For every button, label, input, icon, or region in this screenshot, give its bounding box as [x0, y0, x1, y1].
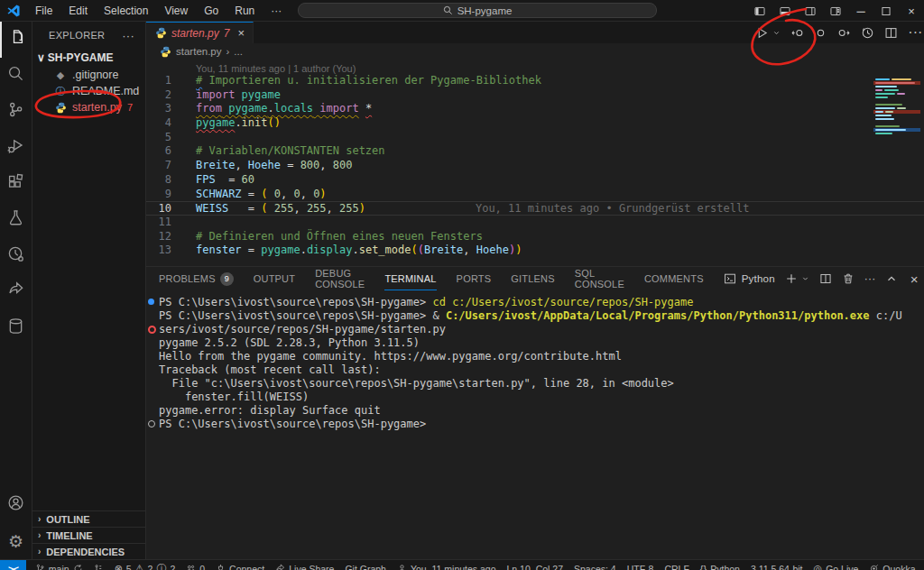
menu-[interactable]: ··· [263, 5, 290, 17]
code-line-11[interactable]: 11 [146, 216, 924, 230]
panel-tab-terminal[interactable]: TERMINAL [384, 267, 436, 290]
code-line-4[interactable]: 4pygame.init() [146, 116, 924, 131]
vscode-logo-icon [0, 4, 27, 18]
statusbar-live-share[interactable]: Live Share [270, 560, 339, 570]
code-line-5[interactable]: 5 [146, 131, 924, 145]
section-outline[interactable]: ›OUTLINE [32, 510, 145, 527]
statusbar-notifications[interactable] [921, 560, 924, 570]
trash-icon[interactable] [842, 272, 855, 285]
plus-icon[interactable] [785, 272, 798, 285]
section-dependencies[interactable]: ›DEPENDENCIES [32, 543, 145, 559]
menu-view[interactable]: View [156, 5, 196, 17]
code-editor[interactable]: 1# Importieren u. initialisieren der Pyg… [146, 74, 924, 266]
statusbar-compare-changes[interactable] [88, 560, 109, 570]
statusbar-git-branch[interactable]: main [30, 560, 88, 570]
menu-bar[interactable]: FileEditSelectionViewGoRun··· [27, 5, 290, 17]
code-line-13[interactable]: 13fenster = pygame.display.set_mode((Bre… [146, 244, 924, 258]
close-icon[interactable]: × [899, 0, 924, 22]
code-line-12[interactable]: 12# Definieren und Öffnen eines neuen Fe… [146, 230, 924, 244]
more-icon[interactable]: ··· [908, 26, 922, 40]
panel-tab-sql-console[interactable]: SQL CONSOLE [575, 267, 624, 290]
command-center-search[interactable]: SH-pygame [298, 3, 657, 18]
activity-files-icon[interactable] [0, 22, 32, 58]
chevron-up-icon[interactable] [885, 272, 898, 285]
code-line-6[interactable]: 6# Variablen/KONSTANTEN setzen [146, 144, 924, 159]
history-icon[interactable] [861, 26, 874, 40]
testing-icon [7, 209, 24, 231]
panel-tab-gitlens[interactable]: GITLENS [511, 267, 554, 290]
file-starten-py[interactable]: starten.py7 [32, 99, 145, 115]
panel-tab-problems[interactable]: PROBLEMS9 [159, 267, 234, 290]
statusbar-python-interpreter[interactable]: 3.11.5 64-bit [745, 560, 808, 570]
chevron-down-icon[interactable] [801, 272, 809, 285]
code-line-1[interactable]: 1# Importieren u. initialisieren der Pyg… [146, 74, 924, 88]
minimize-icon[interactable]: ─ [848, 0, 873, 22]
menu-selection[interactable]: Selection [96, 5, 156, 17]
split-editor-icon[interactable] [884, 26, 898, 40]
play-icon[interactable] [755, 26, 769, 40]
code-line-9[interactable]: 9SCHWARZ = ( 0, 0, 0) [146, 188, 924, 202]
statusbar-problems[interactable]: ⊗5⚠2ⓘ2 [109, 560, 181, 570]
terminal-output[interactable]: PS C:\Users\ivost\source\repos\SH-pygame… [146, 290, 924, 559]
close-icon[interactable]: × [908, 272, 920, 285]
statusbar-remote[interactable]: >< [0, 560, 26, 570]
statusbar-liveshare-participants[interactable]: 0 [180, 560, 210, 570]
explorer-more-actions-icon[interactable]: ··· [122, 29, 134, 42]
activity-live-share-icon[interactable] [0, 274, 32, 310]
more-icon[interactable]: ··· [864, 272, 876, 285]
terminal-shell-label[interactable]: Python [742, 273, 775, 284]
statusbar-go-live[interactable]: ◎Go Live [808, 560, 864, 570]
prev-change-icon[interactable] [790, 26, 804, 40]
statusbar-blame-status[interactable]: You, 11 minutes ago [392, 560, 502, 570]
activity-extensions-icon[interactable] [0, 166, 32, 202]
workspace-root-folder[interactable]: ∨ SH-PYGAME [32, 49, 145, 67]
panel-tab-comments[interactable]: COMMENTS [644, 267, 704, 290]
activity-run-debug-icon[interactable] [0, 130, 32, 166]
code-line-3[interactable]: 3from pygame.locals import * [146, 102, 924, 116]
compare-icon[interactable] [814, 26, 827, 40]
activity-source-control-icon[interactable] [0, 94, 32, 130]
statusbar-language-mode[interactable]: {}Python [695, 560, 745, 570]
statusbar-git-graph[interactable]: Git Graph [339, 560, 392, 570]
tab-starten-py[interactable]: starten.py 7 × [146, 22, 254, 43]
statusbar-encoding[interactable]: UTF-8 [622, 560, 660, 570]
statusbar-sql-connect[interactable]: Connect [210, 560, 270, 570]
activity-account-icon[interactable] [0, 487, 32, 523]
panel-tab-ports[interactable]: PORTS [457, 267, 492, 290]
menu-file[interactable]: File [27, 5, 60, 17]
next-change-icon[interactable] [837, 26, 851, 40]
code-line-7[interactable]: 7Breite, Hoehe = 800, 800 [146, 159, 924, 173]
activity-gitlens-icon[interactable] [0, 238, 32, 274]
activity-search-icon[interactable] [0, 58, 32, 94]
activity-database-icon[interactable] [0, 310, 32, 346]
split-editor-icon[interactable] [819, 272, 832, 285]
menu-run[interactable]: Run [226, 5, 263, 17]
statusbar-quokka[interactable]: Quokka [864, 560, 920, 570]
customize-layout-icon[interactable] [823, 0, 848, 22]
menu-edit[interactable]: Edit [60, 5, 96, 17]
maximize-icon [880, 5, 892, 17]
section-timeline[interactable]: ›TIMELINE [32, 527, 145, 543]
activity-testing-icon[interactable] [0, 202, 32, 238]
statusbar-eol[interactable]: CRLF [659, 560, 694, 570]
close-tab-icon[interactable]: × [237, 26, 245, 40]
panel-tab-debug-console[interactable]: DEBUG CONSOLE [315, 267, 365, 290]
layout-panel-icon[interactable] [772, 0, 798, 22]
minimap[interactable] [873, 78, 920, 135]
statusbar-cursor-position[interactable]: Ln 10, Col 27 [502, 560, 568, 570]
breadcrumb[interactable]: starten.py › ... [146, 43, 924, 60]
maximize-icon[interactable] [873, 0, 899, 22]
chevron-down-icon[interactable] [772, 26, 781, 40]
file-readme-md[interactable]: ⓘREADME.md [32, 83, 145, 99]
code-line-10[interactable]: 10WEISS = ( 255, 255, 255)You, 11 minute… [146, 201, 924, 216]
code-line-2[interactable]: 2import pygame [146, 88, 924, 103]
layout-sidebar-right-icon[interactable] [798, 0, 823, 22]
panel-tab-output[interactable]: OUTPUT [254, 267, 295, 290]
code-line-8[interactable]: 8FPS = 60 [146, 173, 924, 188]
terminal-icon[interactable] [724, 272, 736, 285]
menu-go[interactable]: Go [196, 5, 226, 17]
activity-settings-gear-icon[interactable]: ⚙ [0, 523, 32, 559]
statusbar-indentation[interactable]: Spaces: 4 [568, 560, 622, 570]
layout-sidebar-left-icon[interactable] [747, 0, 772, 22]
file--gitignore[interactable]: ◆.gitignore [32, 67, 145, 83]
